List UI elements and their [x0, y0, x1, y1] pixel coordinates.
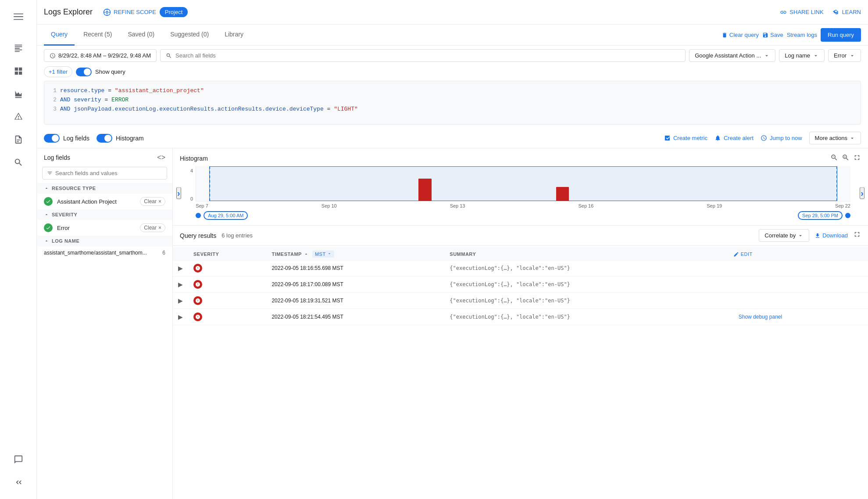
sidebar-icon-collapse[interactable] — [8, 472, 29, 493]
dashed-line-right — [836, 166, 837, 201]
log-name-header[interactable]: LOG NAME — [37, 236, 172, 246]
sidebar-icon-notes[interactable] — [8, 449, 29, 470]
zoom-in-button[interactable] — [842, 154, 850, 163]
split-pane: Log fields <> RESOURCE TYPE — [37, 148, 868, 499]
share-link-button[interactable]: SHARE LINK — [780, 9, 823, 16]
sidebar-icon-menu[interactable] — [8, 6, 29, 27]
run-query-button[interactable]: Run query — [821, 28, 861, 42]
results-table-body: ▶ 2022-09-05 18:16:55.698 MST {"executio… — [173, 260, 868, 325]
histogram-nav-left[interactable]: › — [176, 187, 181, 199]
timestamp-2: 2022-09-05 18:17:00.089 MST — [266, 276, 444, 293]
histogram-selection — [209, 166, 837, 201]
resource-filter[interactable]: Google Assistant Action ... — [689, 49, 775, 62]
download-button[interactable]: Download — [814, 232, 848, 239]
log-name-filter[interactable]: Log name — [779, 49, 825, 62]
tab-suggested[interactable]: Suggested (0) — [163, 25, 216, 46]
table-row: ▶ 2022-09-05 18:16:55.698 MST {"executio… — [173, 260, 868, 276]
sidebar-icon-metrics[interactable] — [8, 83, 29, 104]
tab-query[interactable]: Query — [44, 25, 75, 46]
sidebar-icon-search[interactable] — [8, 152, 29, 173]
time-range-label: 8/29/22, 8:48 AM – 9/29/22, 9:48 AM — [58, 52, 151, 59]
search-box[interactable] — [160, 49, 686, 62]
create-metric-button[interactable]: Create metric — [664, 135, 707, 141]
resource-type-clear-button[interactable]: Clear × — [140, 197, 165, 206]
histogram-nav-right[interactable]: › — [860, 187, 864, 199]
severity-header[interactable]: SEVERITY — [37, 209, 172, 220]
resource-type-section: RESOURCE TYPE Assistant Action Project C… — [37, 183, 172, 209]
create-alert-button[interactable]: Create alert — [714, 135, 754, 141]
severity-item: Error Clear × — [37, 220, 172, 236]
th-expand — [173, 247, 188, 262]
sidebar-icon-logs2[interactable] — [8, 129, 29, 150]
panel-search[interactable] — [42, 167, 167, 179]
svg-rect-1 — [14, 16, 23, 17]
table-row: ▶ 2022-09-05 18:21:54.495 MST {"executio… — [173, 309, 868, 325]
plus-filter-chip[interactable]: +1 filter — [44, 66, 72, 77]
correlate-by-button[interactable]: Correlate by — [759, 229, 809, 242]
field-search-input[interactable] — [55, 170, 162, 176]
show-query-toggle[interactable] — [76, 68, 92, 76]
summary-1: {"executionLog":{…}, "locale":"en-US"} — [444, 260, 728, 276]
learn-button[interactable]: LEARN — [832, 9, 861, 16]
log-fields-toggle-group: Log fields — [44, 134, 89, 143]
show-debug-link[interactable]: Show debug panel — [733, 312, 787, 322]
query-editor[interactable]: 1 resource.type = "assistant_action_proj… — [44, 81, 861, 125]
panel-title: Log fields — [44, 154, 70, 161]
project-chip[interactable]: Project — [160, 7, 188, 17]
histogram-toggle[interactable] — [96, 134, 112, 143]
row-expand-button-4[interactable]: ▶ — [178, 313, 183, 320]
end-time-bubble: Sep 29, 5:00 PM — [798, 211, 843, 220]
histogram-chart: › 4 0 — [180, 166, 861, 220]
table-header-row: SEVERITY TIMESTAMP MST — [173, 246, 868, 260]
tab-saved[interactable]: Saved (0) — [121, 25, 161, 46]
expand-histogram-button[interactable] — [853, 154, 861, 163]
zoom-out-button[interactable] — [830, 154, 838, 163]
th-timestamp[interactable]: TIMESTAMP MST — [266, 247, 444, 262]
more-actions-button[interactable]: More actions — [809, 132, 861, 144]
share-link-label: SHARE LINK — [789, 9, 823, 15]
summary-4: {"executionLog":{…}, "locale":"en-US"} — [444, 309, 728, 325]
svg-rect-2 — [14, 19, 23, 20]
severity-filter[interactable]: Error — [828, 49, 861, 62]
row-expand-button-3[interactable]: ▶ — [178, 297, 183, 304]
sidebar-icon-errors[interactable] — [8, 106, 29, 127]
tabs-bar: Query Recent (5) Saved (0) Suggested (0)… — [37, 25, 868, 46]
expand-results-button[interactable] — [853, 230, 861, 241]
th-summary: SUMMARY — [444, 247, 728, 262]
tz-badge[interactable]: MST — [312, 251, 334, 258]
row-expand-button-2[interactable]: ▶ — [178, 281, 183, 288]
summary-3: {"executionLog":{…}, "locale":"en-US"} — [444, 293, 728, 309]
resource-type-check-icon — [44, 197, 53, 206]
start-time-bubble: Aug 29, 5:00 AM — [204, 211, 248, 220]
timeline-dot-right — [845, 213, 850, 218]
panel-collapse-icon[interactable]: <> — [157, 154, 165, 162]
toolbar-actions: Create metric Create alert Jump to now M… — [664, 132, 861, 144]
resource-type-header[interactable]: RESOURCE TYPE — [37, 183, 172, 194]
tab-library[interactable]: Library — [218, 25, 250, 46]
stream-logs-button[interactable]: Stream logs — [787, 32, 817, 38]
save-button[interactable]: Save — [762, 32, 783, 38]
refine-scope-button[interactable]: REFINE SCOPE — [103, 8, 156, 16]
app-title: Logs Explorer — [44, 7, 93, 17]
jump-to-now-button[interactable]: Jump to now — [761, 135, 802, 141]
time-range-filter[interactable]: 8/29/22, 8:48 AM – 9/29/22, 9:48 AM — [44, 49, 157, 62]
log-fields-toggle[interactable] — [44, 134, 60, 143]
results-title: Query results — [180, 232, 216, 239]
lower-area: Log fields Histogram Create metric Creat… — [37, 128, 868, 499]
search-input[interactable] — [175, 52, 680, 59]
tab-recent[interactable]: Recent (5) — [76, 25, 119, 46]
th-edit[interactable]: EDIT — [728, 247, 868, 262]
severity-label: Error — [57, 225, 136, 231]
svg-rect-0 — [14, 14, 23, 14]
sidebar-icon-dashboard[interactable] — [8, 61, 29, 82]
sidebar-icon-logs[interactable] — [8, 38, 29, 59]
y-axis: 4 0 — [190, 166, 196, 201]
severity-clear-button[interactable]: Clear × — [140, 223, 165, 232]
resource-type-label: Assistant Action Project — [57, 198, 136, 205]
svg-point-4 — [106, 11, 108, 13]
histogram-bar-1 — [418, 179, 432, 201]
timestamp-4: 2022-09-05 18:21:54.495 MST — [266, 309, 444, 325]
severity-error-icon-3 — [193, 296, 202, 305]
clear-query-button[interactable]: Clear query — [722, 32, 759, 38]
row-expand-button-1[interactable]: ▶ — [178, 265, 183, 272]
